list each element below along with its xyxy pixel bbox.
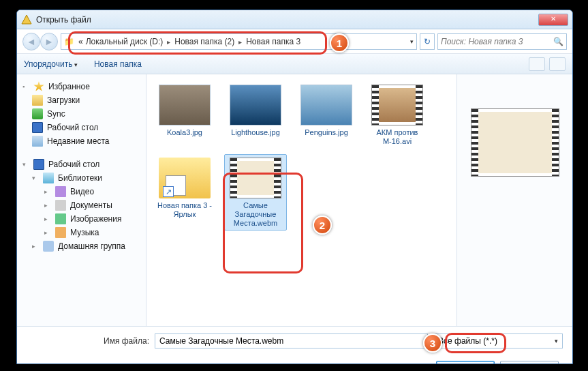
file-item-selected[interactable]: Самые Загадочные Места.webm — [224, 154, 287, 231]
annotation-marker-2: 2 — [313, 216, 332, 235]
help-button[interactable] — [549, 57, 566, 71]
file-type-filter[interactable]: Все файлы (*.*) — [433, 333, 563, 348]
homegroup-icon — [43, 241, 54, 252]
annotation-marker-3: 3 — [423, 333, 442, 353]
sidebar-downloads[interactable]: Загрузки — [47, 95, 80, 105]
desktop-icon — [32, 122, 43, 133]
open-button[interactable]: Открыть▾ — [436, 361, 495, 364]
preview-thumb — [471, 108, 559, 177]
filename-input[interactable] — [155, 333, 428, 348]
favorites-icon — [33, 81, 44, 92]
sidebar-recent[interactable]: Недавние места — [47, 136, 109, 146]
desktop-icon — [33, 159, 44, 170]
sidebar-favorites[interactable]: Избранное — [48, 82, 90, 91]
titlebar: Открыть файл ✕ — [17, 10, 572, 29]
app-icon — [21, 14, 32, 25]
image-thumb — [300, 85, 352, 125]
sidebar-homegroup[interactable]: Домашняя группа — [58, 241, 125, 251]
cancel-button[interactable]: Отмена — [500, 361, 559, 364]
breadcrumb-item[interactable]: Новая папка 3 — [245, 37, 302, 46]
sidebar-images[interactable]: Изображения — [70, 214, 121, 224]
file-item[interactable]: Koala3.jpg — [153, 81, 216, 149]
window-title: Открыть файл — [36, 15, 538, 25]
annotation-marker-1: 1 — [330, 33, 349, 53]
back-button[interactable]: ◄ — [22, 33, 40, 50]
bottom-bar: Имя файла: Все файлы (*.*) Открыть▾ Отме… — [17, 327, 572, 364]
file-list: Koala3.jpg Lighthouse.jpg Penguins.jpg А… — [146, 74, 457, 326]
sidebar-desktop2[interactable]: Рабочий стол — [48, 160, 99, 169]
video-icon — [55, 186, 66, 197]
sidebar-desktop[interactable]: Рабочий стол — [47, 123, 98, 132]
sync-icon — [32, 108, 43, 119]
preview-pane — [457, 74, 572, 326]
file-open-dialog: Открыть файл ✕ ◄ ► 📁 « Локальный диск (D… — [16, 10, 573, 364]
breadcrumb-item[interactable]: Новая папка (2) — [173, 37, 236, 46]
sidebar-documents[interactable]: Документы — [70, 201, 112, 210]
organize-menu[interactable]: Упорядочить — [24, 59, 78, 69]
svg-marker-0 — [22, 15, 31, 24]
forward-button[interactable]: ► — [40, 33, 58, 50]
file-item[interactable]: Penguins.jpg — [295, 81, 358, 149]
video-thumb — [371, 85, 423, 125]
file-item[interactable]: ↗ Новая папка 3 - Ярлык — [153, 154, 216, 231]
breadcrumb-item[interactable]: Локальный диск (D:) — [84, 37, 165, 46]
view-mode-button[interactable] — [529, 57, 545, 71]
sidebar-libraries[interactable]: Библиотеки — [58, 173, 102, 183]
music-icon — [55, 227, 66, 238]
refresh-button[interactable]: ↻ — [420, 33, 435, 50]
file-item[interactable]: АКМ против М-16.avi — [366, 81, 429, 149]
sidebar-video[interactable]: Видео — [70, 187, 94, 196]
search-box[interactable]: 🔍 — [437, 33, 567, 50]
recent-icon — [32, 136, 43, 147]
search-input[interactable] — [441, 37, 553, 46]
toolbar: Упорядочить Новая папка — [17, 54, 572, 74]
image-thumb — [230, 85, 281, 125]
navigation-sidebar: ▪Избранное Загрузки Sync Рабочий стол Не… — [17, 74, 146, 326]
file-item[interactable]: Lighthouse.jpg — [224, 81, 287, 149]
new-folder-button[interactable]: Новая папка — [94, 59, 142, 69]
navigation-row: ◄ ► 📁 « Локальный диск (D:) Новая папка … — [17, 29, 572, 54]
sidebar-sync[interactable]: Sync — [47, 109, 65, 119]
libraries-icon — [43, 173, 54, 183]
documents-icon — [55, 200, 66, 211]
image-thumb — [159, 85, 211, 125]
folder-icon — [32, 95, 43, 106]
address-bar[interactable]: 📁 « Локальный диск (D:) Новая папка (2) … — [61, 33, 417, 50]
close-button[interactable]: ✕ — [538, 14, 568, 26]
images-icon — [55, 213, 66, 224]
filename-label: Имя файла: — [27, 336, 149, 346]
folder-shortcut-thumb: ↗ — [159, 158, 211, 198]
video-thumb — [230, 158, 281, 198]
sidebar-music[interactable]: Музыка — [70, 228, 99, 237]
search-icon: 🔍 — [553, 37, 563, 46]
